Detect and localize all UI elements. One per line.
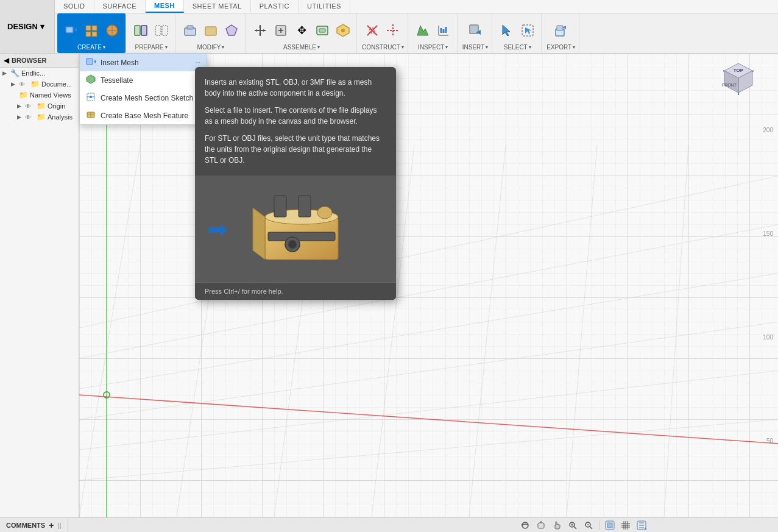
shape-btn2[interactable] xyxy=(201,21,221,40)
sidebar-item-analysis[interactable]: ▶ 👁 📁 Analysis xyxy=(0,112,79,122)
inspect-icon2 xyxy=(436,23,451,38)
move-icon3: ✥ xyxy=(294,23,309,38)
sidebar-item-named-views[interactable]: 📁 Named Views xyxy=(0,90,79,101)
mesh-btn2[interactable] xyxy=(82,21,101,40)
insert-icon1 xyxy=(467,23,483,38)
shape-btn1[interactable] xyxy=(180,21,200,40)
tab-utilities[interactable]: UTILITIES xyxy=(299,0,350,13)
tree-label-4: Analysis xyxy=(48,113,76,121)
tab-sheet-metal[interactable]: SHEET METAL xyxy=(184,0,251,13)
svg-marker-40 xyxy=(503,25,510,36)
select-icon2 xyxy=(520,23,536,38)
insert-btn1[interactable] xyxy=(465,21,485,40)
inspect-btn1[interactable] xyxy=(413,21,433,40)
orbit-tool-btn[interactable] xyxy=(518,520,532,531)
prepare-icon2 xyxy=(154,23,169,38)
mesh-icon2 xyxy=(83,23,99,38)
menu-item-create-base-mesh[interactable]: Create Base Mesh Feature xyxy=(80,107,207,124)
tree-icon-4: 📁 xyxy=(37,113,46,121)
sidebar-item-origin[interactable]: ▶ 👁 📁 Origin xyxy=(0,101,79,112)
shape-btn3[interactable] xyxy=(222,21,241,40)
export-btn1[interactable] xyxy=(551,21,571,40)
pan-tool-btn[interactable] xyxy=(534,520,548,531)
insert-mesh-icon xyxy=(63,23,79,38)
browser-title: BROWSER xyxy=(12,57,46,64)
comments-add-icon[interactable]: + xyxy=(49,520,54,530)
sidebar-item-endlic[interactable]: ▶ 🔧 Endlic... xyxy=(0,68,79,79)
create-group: CREATE ▾ xyxy=(57,13,126,53)
tree-icon-3: 📁 xyxy=(37,102,46,110)
view-cube[interactable]: TOP FRONT xyxy=(717,59,760,101)
tab-surface[interactable]: SURFACE xyxy=(94,0,146,13)
svg-rect-0 xyxy=(66,27,73,33)
move-btn4[interactable] xyxy=(313,21,332,40)
modify-group-label[interactable]: MODIFY ▾ xyxy=(197,44,225,52)
prepare-group-label[interactable]: PREPARE ▾ xyxy=(135,44,167,52)
svg-point-89 xyxy=(288,240,297,249)
inspect-btn2[interactable] xyxy=(434,21,453,40)
tab-plastic[interactable]: PLASTIC xyxy=(251,0,299,13)
construct-group: CONSTRUCT ▾ xyxy=(358,13,408,53)
select-group-label[interactable]: SELECT ▾ xyxy=(504,44,531,52)
select-btn2[interactable] xyxy=(518,21,537,40)
svg-rect-84 xyxy=(274,196,286,217)
select-btn1[interactable] xyxy=(497,21,517,40)
insert-mesh-label: Insert Mesh xyxy=(101,59,139,67)
menu-item-tessellate[interactable]: Tessellate xyxy=(80,71,207,89)
move-group: ✥ xyxy=(247,13,357,53)
construct-btn1[interactable] xyxy=(362,21,382,40)
section-sketch-label: Create Mesh Section Sketch xyxy=(101,94,193,102)
insert-group-label[interactable]: INSERT ▾ xyxy=(462,44,489,52)
fit-tool-btn[interactable] xyxy=(582,520,595,531)
tooltip-text-area: Inserts an existing STL, OBJ, or 3MF fil… xyxy=(195,67,396,176)
svg-rect-9 xyxy=(135,26,140,35)
create-dropdown-menu: Insert Mesh ··· Tessellate Create Mesh S… xyxy=(79,54,207,125)
move-btn3[interactable]: ✥ xyxy=(292,21,311,40)
display-mode-btn[interactable] xyxy=(603,520,617,531)
svg-rect-87 xyxy=(268,232,335,241)
section-sketch-icon xyxy=(86,92,96,104)
design-button[interactable]: DESIGN ▾ xyxy=(0,0,55,53)
inspect-group-label[interactable]: INSPECT ▾ xyxy=(418,44,448,52)
design-label: DESIGN xyxy=(7,22,38,31)
menu-item-insert-mesh[interactable]: Insert Mesh ··· xyxy=(80,54,207,71)
sidebar: ◀ BROWSER ▶ 🔧 Endlic... ▶ 👁 📁 Docume... … xyxy=(0,54,79,517)
tab-mesh[interactable]: MESH xyxy=(146,0,184,13)
grid-btn[interactable] xyxy=(619,520,632,531)
eye-icon-3: 👁 xyxy=(25,103,35,110)
tree-arrow-2 xyxy=(11,92,17,98)
move-btn1[interactable] xyxy=(250,21,270,40)
insert-mesh-btn[interactable] xyxy=(61,21,80,40)
tooltip-para3: For STL or OBJ files, select the unit ty… xyxy=(205,133,386,166)
construct-group-label[interactable]: CONSTRUCT ▾ xyxy=(362,44,404,52)
prepare-arrow: ▾ xyxy=(165,44,168,50)
construct-btn2[interactable] xyxy=(383,21,403,40)
export-icon1 xyxy=(553,23,569,38)
hand-tool-btn[interactable] xyxy=(550,520,564,531)
tooltip-popup: Inserts an existing STL, OBJ, or 3MF fil… xyxy=(195,67,396,300)
svg-rect-72 xyxy=(87,59,93,65)
browser-header[interactable]: ◀ BROWSER xyxy=(0,54,79,68)
menu-item-create-section-sketch[interactable]: Create Mesh Section Sketch xyxy=(80,89,207,107)
prepare-btn2[interactable] xyxy=(152,21,171,40)
assemble-group-label[interactable]: ASSEMBLE ▾ xyxy=(283,44,320,52)
create-group-label[interactable]: CREATE ▾ xyxy=(77,44,105,52)
prepare-icon1 xyxy=(133,23,149,38)
prepare-btn1[interactable] xyxy=(131,21,150,40)
move-icon4 xyxy=(314,23,330,38)
svg-point-77 xyxy=(90,96,92,98)
move-btn2[interactable] xyxy=(271,21,291,40)
move-btn5[interactable] xyxy=(333,21,353,40)
move-icon1 xyxy=(252,23,268,38)
collapse-icon: ◀ xyxy=(4,56,9,65)
zoom-tool-btn[interactable] xyxy=(566,520,579,531)
mesh-btn3[interactable] xyxy=(102,21,122,40)
svg-marker-20 xyxy=(263,29,266,32)
blue-arrow-icon: ➡ xyxy=(207,215,228,243)
display-settings-btn[interactable] xyxy=(635,520,648,531)
sidebar-item-doc[interactable]: ▶ 👁 📁 Docume... xyxy=(0,79,79,90)
comments-button[interactable]: COMMENTS + || xyxy=(0,518,68,532)
inspect-icon1 xyxy=(415,23,431,38)
tab-solid[interactable]: SOLID xyxy=(55,0,94,13)
export-group-label[interactable]: EXPORT ▾ xyxy=(546,44,575,52)
